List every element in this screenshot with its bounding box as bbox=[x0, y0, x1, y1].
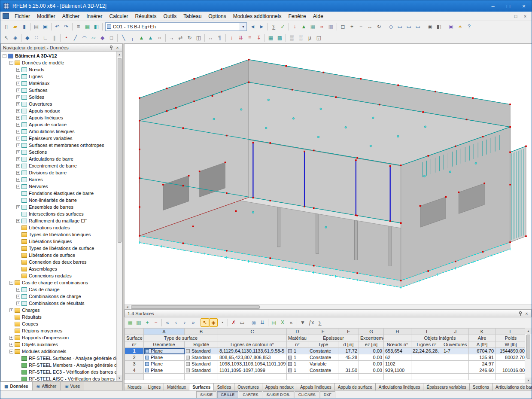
navigator-pin-icon[interactable] bbox=[108, 44, 114, 51]
tree-item-rf-steel-surfaces-analyse-generale-de[interactable]: RF-STEEL Surfaces - Analyse générale de bbox=[1, 355, 122, 362]
mirror-object-icon[interactable]: ◫ bbox=[194, 33, 203, 42]
guidelines-icon[interactable]: ∥ bbox=[50, 33, 59, 42]
mdi-restore-button[interactable]: □ bbox=[511, 13, 520, 19]
show-results-icon[interactable]: ≈ bbox=[317, 22, 326, 31]
titlebar[interactable]: RFEM 5.25.00 x64 - [Bâtiment A 3D-V12] –… bbox=[0, 0, 532, 12]
tree-item-ensembles-de-barres[interactable]: +Ensembles de barres bbox=[1, 204, 122, 210]
menu-item-inserer[interactable]: Insérer bbox=[83, 12, 106, 21]
cell-material[interactable]: 1 bbox=[287, 348, 308, 354]
zoom-in-icon[interactable]: + bbox=[347, 22, 356, 31]
cell-rigidity[interactable]: Standard bbox=[185, 361, 218, 367]
tree-item-rf-steel-aisc-verification-des-barres-e[interactable]: RF-STEEL AISC - Vérification des barres … bbox=[1, 375, 122, 381]
show-mesh-icon[interactable]: ▦ bbox=[308, 22, 317, 31]
column-header-lignes-de-contour-n[interactable]: Lignes de contour n° bbox=[218, 341, 287, 348]
cell-contour-lines[interactable]: 8,1129,64,1130,1133,61,9,58-5 bbox=[218, 348, 287, 354]
result-panel-icon[interactable]: ▥ bbox=[326, 22, 335, 31]
help-icon[interactable]: ? bbox=[465, 22, 474, 31]
tree-expander-icon[interactable]: + bbox=[16, 130, 20, 134]
cell-eccentricity[interactable]: 0.00 bbox=[359, 354, 384, 361]
navigator-scrollbar[interactable]: ▲ ▼ bbox=[116, 52, 122, 381]
column-letter-G[interactable]: G bbox=[359, 329, 384, 335]
table-close-icon[interactable]: × bbox=[523, 311, 530, 317]
tree-expander-icon[interactable]: + bbox=[16, 205, 20, 209]
visibility-icon[interactable]: ◉ bbox=[426, 22, 435, 31]
tree-expander-icon[interactable]: + bbox=[16, 137, 20, 140]
tree-item-raffinement-du-maillage-ef[interactable]: +Raffinement du maillage EF bbox=[1, 217, 122, 224]
status-toggle-glignes[interactable]: GLIGNES bbox=[295, 391, 319, 398]
cell-material[interactable]: 1 bbox=[287, 354, 308, 361]
column-header-ouvertures-n[interactable]: Ouvertures n° bbox=[442, 341, 469, 348]
row-number[interactable]: 1 bbox=[125, 348, 144, 354]
ortho-icon[interactable]: ∟ bbox=[41, 33, 50, 42]
tree-expander-icon[interactable]: + bbox=[16, 109, 20, 113]
print-icon[interactable]: ▤ bbox=[32, 22, 41, 31]
cell-integrated-lines[interactable] bbox=[411, 354, 442, 361]
menu-item-resultats[interactable]: Résultats bbox=[132, 12, 160, 21]
status-toggle-dxf[interactable]: DXF bbox=[320, 391, 335, 398]
tree-item-articulations-lineiques[interactable]: +Articulations linéiques bbox=[1, 128, 122, 135]
tree-item-materiaux[interactable]: +Matériaux bbox=[1, 80, 122, 87]
viewport-horizontal-scrollbar[interactable]: ◄ bbox=[125, 305, 532, 309]
table-tab-ouvertures[interactable]: Ouvertures bbox=[234, 384, 262, 390]
navigator-tab-donnees[interactable]: ▦Données bbox=[0, 382, 33, 390]
cell-contour-lines[interactable]: 1098,1093,1103,1094,1101,109 bbox=[218, 361, 287, 367]
cell-eccentricity[interactable]: 0.00 bbox=[359, 361, 384, 367]
cell-thickness-type[interactable]: Constante bbox=[308, 354, 338, 361]
pick-in-graphic-icon[interactable]: ↖ bbox=[201, 318, 209, 327]
cell-material[interactable]: 1 bbox=[287, 367, 308, 374]
tree-expander-icon[interactable]: + bbox=[16, 75, 20, 79]
units-icon[interactable]: µ bbox=[305, 33, 314, 42]
redo-icon[interactable]: ↷ bbox=[62, 22, 71, 31]
column-letter-blank[interactable] bbox=[125, 329, 144, 335]
cell-weight[interactable] bbox=[496, 361, 525, 367]
cell-integrated-lines[interactable] bbox=[411, 361, 442, 367]
tree-item-coupes[interactable]: Coupes bbox=[1, 320, 122, 327]
new-line-icon[interactable]: ╱ bbox=[71, 33, 80, 42]
tree-item-liberations-nodales[interactable]: Libérations nodales bbox=[1, 224, 122, 231]
new-arc-icon[interactable]: ◠ bbox=[80, 33, 89, 42]
tree-item-n-uds[interactable]: +Nœuds bbox=[1, 66, 122, 73]
grid-icon[interactable]: ∷ bbox=[32, 33, 41, 42]
layers-icon[interactable]: ▒ bbox=[287, 33, 296, 42]
tree-item-connexions-nodales[interactable]: Connexions nodales bbox=[1, 272, 122, 279]
cell-openings[interactable]: 1-7 bbox=[442, 348, 469, 354]
table-view-mode-icon[interactable]: ▥ bbox=[134, 318, 143, 327]
view-x-icon[interactable]: ▭ bbox=[395, 22, 404, 31]
scroll-up-icon[interactable]: ▲ bbox=[117, 52, 122, 57]
tree-item-barres[interactable]: +Barres bbox=[1, 176, 122, 183]
column-header-a-ft[interactable]: A [ft²] bbox=[469, 341, 496, 348]
navigator-tab-afficher[interactable]: ◉Afficher bbox=[33, 382, 61, 390]
column-letter-E[interactable]: E bbox=[308, 329, 338, 335]
tree-expander-icon[interactable]: + bbox=[16, 150, 20, 154]
column-group-epaisseur[interactable]: Épaisseur bbox=[308, 335, 359, 341]
tree-expander-icon[interactable]: + bbox=[16, 95, 20, 99]
new-line-support-icon[interactable]: ▲ bbox=[146, 33, 155, 42]
pan-icon[interactable]: ↔ bbox=[365, 22, 374, 31]
scroll-down-icon[interactable]: ▼ bbox=[525, 378, 532, 383]
column-group-objets-integres[interactable]: Objets intégrés bbox=[411, 335, 469, 341]
cell-thickness-d[interactable]: 45.28 bbox=[338, 354, 359, 361]
tree-expander-icon[interactable]: + bbox=[16, 102, 20, 106]
column-group-blank[interactable] bbox=[384, 335, 411, 341]
select-special-icon[interactable]: ◈ bbox=[11, 33, 20, 42]
tree-item-appuis-nodaux[interactable]: +Appuis nodaux bbox=[1, 107, 122, 114]
table-manager-icon[interactable]: ▤ bbox=[270, 318, 278, 327]
status-toggle-saisie-d-ob[interactable]: SAISIE D'OB. bbox=[263, 391, 294, 398]
status-toggle-saisie[interactable]: SAISIE bbox=[196, 391, 216, 398]
table-vertical-scrollbar[interactable]: ▲ ▼ bbox=[525, 328, 532, 383]
new-opening-icon[interactable]: □ bbox=[107, 33, 116, 42]
cell-thickness-d[interactable]: 17.72 bbox=[338, 348, 359, 354]
tree-item-intersections-des-surfaces[interactable]: Intersections des surfaces bbox=[1, 210, 122, 217]
tree-item-connexion-des-deux-barres[interactable]: Connexion des deux barres bbox=[1, 259, 122, 265]
tree-item-rf-steel-ec3-verification-des-barres-er[interactable]: RF-STEEL EC3 - Vérification des barres e… bbox=[1, 369, 122, 375]
zoom-out-icon[interactable]: − bbox=[356, 22, 365, 31]
surfaces-grid[interactable]: ABCDEFGHIJKLSurfaceType de surfaceMatéri… bbox=[125, 328, 525, 383]
tree-expander-icon[interactable]: + bbox=[16, 88, 20, 92]
history-icon[interactable]: ◔ bbox=[218, 318, 226, 327]
menu-item-fenetre[interactable]: Fenêtre bbox=[285, 12, 309, 21]
full-screen-icon[interactable]: ◱ bbox=[314, 33, 323, 42]
column-letter-K[interactable]: K bbox=[469, 329, 496, 335]
tree-expander-icon[interactable]: + bbox=[16, 68, 20, 72]
open-icon[interactable]: ▰ bbox=[11, 22, 20, 31]
menu-item-modifier[interactable]: Modifier bbox=[33, 12, 59, 21]
